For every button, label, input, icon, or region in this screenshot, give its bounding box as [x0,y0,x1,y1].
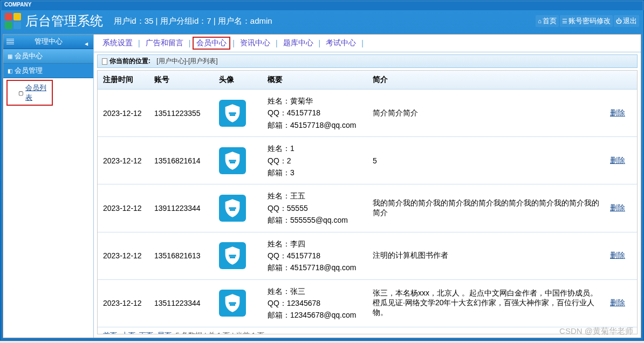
col-action [605,71,637,90]
nav-5[interactable]: 考试中心 [323,37,359,49]
table-row: 2023-12-1213911223344姓名：王五QQ：55555邮箱：555… [98,184,637,232]
cell-reg-time: 2023-12-12 [98,90,149,137]
cell-avatar [214,184,262,232]
cell-action: 删除 [605,137,637,184]
logout-link[interactable]: ⏻退出 [614,15,639,27]
svg-rect-8 [229,303,236,304]
home-icon: ⌂ [538,18,542,24]
top-nav: 系统设置|广告和留言|会员中心|资讯中心|题库中心|考试中心| [94,35,641,52]
svg-rect-6 [229,255,236,256]
list-icon: ☰ [562,18,567,25]
tag-icon: ◧ [8,68,12,74]
cell-intro: 张三，本名杨xxx，北京人 。起点中文网白金作者，中国作协成员。橙瓜见证·网络文… [367,279,605,327]
svg-rect-9 [230,304,235,306]
nav-sep: | [361,39,364,47]
breadcrumb: 你当前的位置: [用户中心]-[用户列表] [97,54,638,68]
menu-lines-icon [6,39,14,44]
col-reg-time: 注册时间 [98,71,149,90]
svg-rect-2 [229,160,236,161]
nav-sep: | [138,39,140,47]
power-icon: ⏻ [616,18,622,24]
nav-3[interactable]: 资讯中心 [237,37,273,49]
user-info: 用户id：35 | 用户分组id：7 | 用户名：admin [114,16,536,26]
cell-reg-time: 2023-12-12 [98,232,149,279]
delete-link[interactable]: 删除 [610,203,625,212]
cell-reg-time: 2023-12-12 [98,137,149,184]
css3-shield-icon [219,195,246,222]
css3-shield-icon [219,242,246,269]
table-row: 2023-12-1213516821614姓名：1QQ：2邮箱：35删除 [98,137,637,184]
cell-reg-time: 2023-12-12 [98,184,149,232]
css3-shield-icon [219,100,246,127]
table-row: 2023-12-1213516821613姓名：李四QQ：45157718邮箱：… [98,232,637,279]
col-avatar: 头像 [214,71,262,90]
col-intro: 简介 [367,71,605,90]
grid-icon: ▦ [8,53,12,59]
svg-rect-4 [229,207,236,209]
nav-4[interactable]: 题库中心 [280,37,317,49]
table-row: 2023-12-1213511223355姓名：黄菊华QQ：45157718邮箱… [98,90,637,137]
cell-avatar [214,232,262,279]
nav-0[interactable]: 系统设置 [99,37,136,49]
nav-sep: | [232,39,235,47]
pager-last[interactable]: 尾页 [157,331,172,334]
delete-link[interactable]: 删除 [610,298,625,307]
sidebar-section-members[interactable]: ▦会员中心 [3,49,93,64]
svg-rect-5 [230,209,235,211]
cell-intro: 5 [367,137,605,184]
table-row: 2023-12-1213511223344姓名：张三QQ：12345678邮箱：… [98,279,637,327]
pager-first[interactable]: 首页 [103,331,117,334]
svg-rect-0 [229,112,236,114]
account-link[interactable]: ☰账号密码修改 [560,15,613,27]
col-account: 账号 [149,71,214,90]
nav-2[interactable]: 会员中心 [193,37,230,50]
pager: 首页 上页 下页 尾页 5 条数据 | 总 1 页 | 当前 1 页 [98,327,637,334]
cell-action: 删除 [605,90,637,137]
svg-rect-3 [230,161,235,163]
collapse-icon[interactable] [83,39,90,44]
sidebar-item-member-list[interactable]: ▢会员列表 [6,80,53,106]
pager-info: 5 条数据 | 总 1 页 | 当前 1 页 [176,331,265,334]
doc-icon: ▢ [18,90,23,96]
pager-next[interactable]: 下页 [139,331,153,334]
cell-summary: 姓名：1QQ：2邮箱：3 [262,137,367,184]
cell-avatar [214,279,262,327]
pager-prev[interactable]: 上页 [121,331,135,334]
nav-sep: | [319,39,321,47]
delete-link[interactable]: 删除 [610,156,625,164]
cell-intro: 注明的计算机图书作者 [367,232,605,279]
col-summary: 概要 [262,71,367,90]
member-table: 注册时间 账号 头像 概要 简介 2023-12-1213511223355姓名… [98,71,637,327]
cell-action: 删除 [605,279,637,327]
nav-1[interactable]: 广告和留言 [142,37,187,49]
home-link[interactable]: ⌂首页 [536,15,559,27]
svg-rect-7 [230,257,235,258]
page-icon [102,58,107,65]
breadcrumb-path: [用户中心]-[用户列表] [156,57,217,66]
cell-summary: 姓名：黄菊华QQ：45157718邮箱：45157718@qq.com [262,90,367,137]
sidebar-group-member-mgmt[interactable]: ◧会员管理 [3,64,93,78]
app-logo-icon [5,13,21,29]
company-badge: COMPANY [1,1,643,10]
cell-summary: 姓名：李四QQ：45157718邮箱：45157718@qq.com [262,232,367,279]
cell-intro: 简介简介简介 [367,90,605,137]
cell-account: 13516821614 [149,137,214,184]
css3-shield-icon [219,147,246,174]
cell-avatar [214,137,262,184]
delete-link[interactable]: 删除 [610,108,625,117]
sidebar-header: 管理中心 [3,35,93,49]
cell-action: 删除 [605,232,637,279]
cell-account: 13511223344 [149,279,214,327]
svg-rect-1 [230,114,235,115]
cell-reg-time: 2023-12-12 [98,279,149,327]
cell-account: 13516821613 [149,232,214,279]
cell-account: 13911223344 [149,184,214,232]
cell-intro: 我的简介我的简介我的简介我的简介我的简介我的简介我的简介我的简介 [367,184,605,232]
cell-summary: 姓名：张三QQ：12345678邮箱：12345678@qq.com [262,279,367,327]
app-title: 后台管理系统 [25,12,103,30]
breadcrumb-label: 你当前的位置: [109,57,150,66]
nav-sep: | [276,39,278,47]
nav-sep: | [189,39,191,47]
delete-link[interactable]: 删除 [610,251,625,259]
css3-shield-icon [219,290,246,317]
